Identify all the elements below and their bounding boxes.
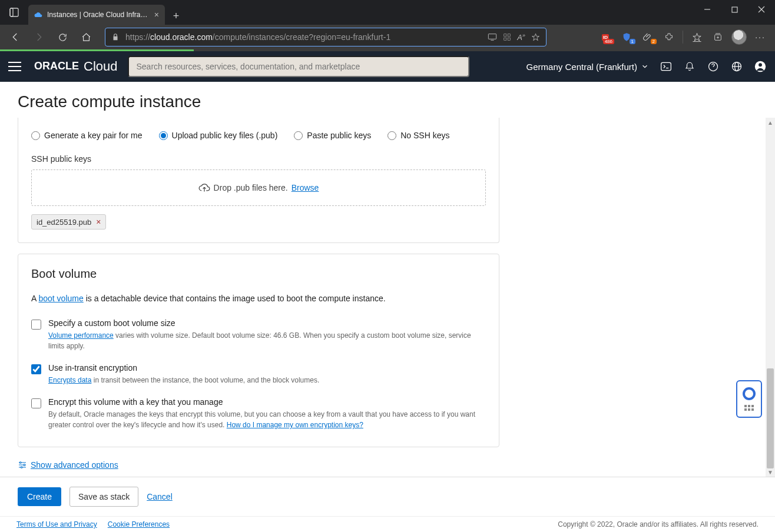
svg-rect-0 <box>10 8 18 16</box>
scroll-up-button[interactable]: ▲ <box>766 118 775 127</box>
ext-id-icon[interactable]: ID 486 <box>595 28 615 46</box>
action-bar: Create Save as stack Cancel <box>0 477 775 516</box>
ext-badge: 2 <box>651 39 657 44</box>
checkbox-byok[interactable] <box>31 398 41 408</box>
desktop-icon[interactable] <box>488 33 497 41</box>
opt-custom-size: Specify a custom boot volume size Volume… <box>31 318 486 351</box>
svg-point-26 <box>21 467 22 468</box>
window-maximize-button[interactable] <box>721 0 748 19</box>
svg-rect-3 <box>732 7 737 12</box>
read-aloud-icon[interactable]: A» <box>517 32 525 42</box>
volume-performance-link[interactable]: Volume performance <box>48 331 114 340</box>
show-advanced-options-link[interactable]: Show advanced options <box>18 460 118 470</box>
extensions-button[interactable] <box>659 28 679 46</box>
help-widget[interactable] <box>736 380 762 418</box>
content-scrollbar[interactable]: ▲ ▼ <box>766 118 775 477</box>
window-close-button[interactable] <box>748 0 775 19</box>
oracle-cloud-logo[interactable]: ORACLE Cloud <box>34 59 117 74</box>
manage-keys-link[interactable]: How do I manage my own encryption keys? <box>227 421 363 429</box>
svg-rect-10 <box>504 38 506 40</box>
nav-home-button[interactable] <box>75 28 97 46</box>
nav-reload-button[interactable] <box>52 28 73 46</box>
ext-badge: 1 <box>630 39 635 44</box>
global-search-input[interactable] <box>128 56 469 77</box>
profile-avatar[interactable] <box>729 28 749 46</box>
collections-button[interactable] <box>708 28 728 46</box>
browser-menu-button[interactable]: ··· <box>750 28 770 46</box>
terms-link[interactable]: Terms of Use and Privacy <box>16 520 97 528</box>
boot-volume-link[interactable]: boot volume <box>38 294 83 303</box>
nav-menu-button[interactable] <box>8 59 24 74</box>
svg-rect-1 <box>10 8 13 16</box>
radio-paste-key[interactable]: Paste public keys <box>294 131 371 140</box>
help-button[interactable] <box>707 60 720 73</box>
tab-close-button[interactable]: × <box>154 10 159 19</box>
create-button[interactable]: Create <box>18 487 61 506</box>
upload-icon <box>198 183 210 192</box>
boot-volume-heading: Boot volume <box>31 267 486 281</box>
svg-rect-17 <box>661 62 671 70</box>
ext-shield-icon[interactable]: 1 <box>617 28 637 46</box>
svg-rect-9 <box>508 34 510 36</box>
browser-tab-strip: Instances | Oracle Cloud Infrastr… × + <box>0 0 775 25</box>
favorite-icon[interactable] <box>531 33 540 42</box>
svg-point-25 <box>24 464 25 466</box>
lifebuoy-icon <box>743 387 756 400</box>
svg-rect-8 <box>504 34 506 36</box>
ssh-key-source-radios: Generate a key pair for me Upload public… <box>31 131 486 140</box>
chevron-down-icon <box>641 62 649 71</box>
region-selector[interactable]: Germany Central (Frankfurt) <box>526 62 649 72</box>
ssh-key-dropzone[interactable]: Drop .pub files here. Browse <box>31 169 486 206</box>
ext-clip-icon[interactable]: 2 <box>638 28 658 46</box>
cloud-icon <box>34 11 42 19</box>
radio-no-ssh[interactable]: No SSH keys <box>388 131 449 140</box>
checkbox-in-transit[interactable] <box>31 364 41 374</box>
oci-header: ORACLE Cloud Germany Central (Frankfurt) <box>0 51 775 82</box>
user-menu-button[interactable] <box>754 60 767 73</box>
browser-tab-active[interactable]: Instances | Oracle Cloud Infrastr… × <box>28 5 165 25</box>
page-title-bar: Create compute instance <box>0 82 775 117</box>
legal-footer: Terms of Use and Privacy Cookie Preferen… <box>0 516 775 532</box>
nav-back-button[interactable] <box>5 28 26 46</box>
svg-rect-6 <box>489 34 496 39</box>
scroll-down-button[interactable]: ▼ <box>766 467 775 477</box>
opt-byok: Encrypt this volume with a key that you … <box>31 397 486 430</box>
ext-badge: 486 <box>603 39 614 44</box>
checkbox-custom-size[interactable] <box>31 320 41 330</box>
nav-forward-button[interactable] <box>28 28 49 46</box>
cancel-link[interactable]: Cancel <box>147 492 173 501</box>
copyright-text: Copyright © 2022, Oracle and/or its affi… <box>558 520 759 528</box>
radio-upload-key[interactable]: Upload public key files (.pub) <box>159 131 278 140</box>
tab-actions-button[interactable] <box>0 0 28 25</box>
browse-link[interactable]: Browse <box>292 183 319 192</box>
browser-toolbar: https://cloud.oracle.com/compute/instanc… <box>0 25 775 49</box>
ssh-keys-label: SSH public keys <box>31 154 486 164</box>
new-tab-button[interactable]: + <box>167 7 185 25</box>
favorites-button[interactable] <box>687 28 707 46</box>
address-bar[interactable]: https://cloud.oracle.com/compute/instanc… <box>105 28 547 46</box>
cloud-shell-button[interactable] <box>660 60 673 73</box>
scroll-thumb[interactable] <box>767 368 774 468</box>
page-title: Create compute instance <box>18 92 757 111</box>
lock-icon <box>111 33 120 41</box>
svg-point-23 <box>759 63 762 66</box>
window-minimize-button[interactable] <box>694 0 721 19</box>
boot-volume-description: A boot volume is a detachable device tha… <box>31 294 486 303</box>
address-url: https://cloud.oracle.com/compute/instanc… <box>125 32 482 42</box>
toolbar-divider <box>683 31 683 44</box>
opt-in-transit-encryption: Use in-transit encryption Encrypts data … <box>31 363 486 385</box>
window-controls <box>694 0 775 19</box>
language-button[interactable] <box>730 60 743 73</box>
remove-file-button[interactable]: × <box>96 217 101 227</box>
grip-icon <box>744 405 754 411</box>
encrypts-data-link[interactable]: Encrypts data <box>48 376 91 384</box>
save-as-stack-button[interactable]: Save as stack <box>69 487 138 507</box>
boot-volume-card: Boot volume A boot volume is a detachabl… <box>18 254 499 447</box>
cookie-prefs-link[interactable]: Cookie Preferences <box>108 520 170 528</box>
notifications-button[interactable] <box>683 60 696 73</box>
grid-icon[interactable] <box>503 33 511 41</box>
radio-generate-key[interactable]: Generate a key pair for me <box>31 131 143 140</box>
uploaded-file-chip: id_ed25519.pub × <box>31 214 106 230</box>
tab-title: Instances | Oracle Cloud Infrastr… <box>47 11 150 19</box>
ssh-keys-card: Generate a key pair for me Upload public… <box>18 118 499 243</box>
